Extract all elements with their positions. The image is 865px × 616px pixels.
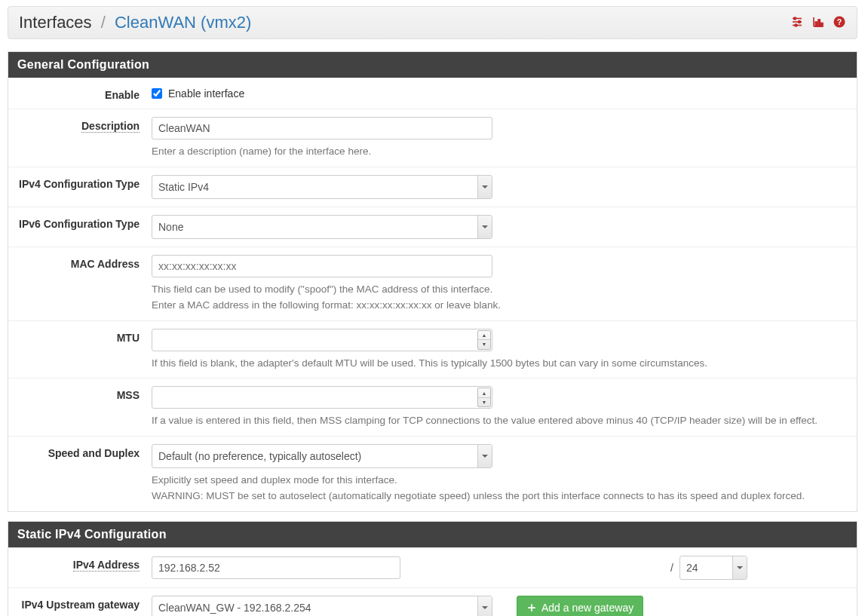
- ipv4-slash: /: [664, 562, 679, 574]
- enable-checkbox-label: Enable interface: [168, 87, 244, 100]
- mtu-help: If this field is blank, the adapter's de…: [152, 356, 848, 371]
- speed-help2: WARNING: MUST be set to autoselect (auto…: [152, 489, 848, 504]
- chart-icon[interactable]: [811, 15, 825, 31]
- breadcrumb-current[interactable]: CleanWAN (vmx2): [115, 13, 251, 32]
- mtu-spinner[interactable]: ▲▼: [477, 330, 491, 350]
- header-actions: ?: [790, 15, 846, 31]
- enable-checkbox-wrap[interactable]: Enable interface: [152, 86, 848, 100]
- row-enable: Enable Enable interface: [8, 78, 857, 109]
- row-ipv4gw: IPv4 Upstream gateway CleanWAN_GW - 192.…: [8, 587, 857, 616]
- row-speed: Speed and Duplex Default (no preference,…: [8, 436, 857, 511]
- help-icon[interactable]: ?: [833, 15, 846, 31]
- mac-help2: Enter a MAC address in the following for…: [152, 298, 848, 313]
- label-ipv4type: IPv4 Configuration Type: [8, 175, 152, 199]
- svg-rect-7: [818, 20, 820, 26]
- panel-heading-general: General Configuration: [8, 52, 857, 78]
- row-description: Description Enter a description (name) f…: [8, 109, 857, 167]
- svg-rect-6: [815, 22, 817, 26]
- label-mss: MSS: [8, 386, 152, 428]
- label-mac: MAC Address: [8, 255, 152, 313]
- description-help: Enter a description (name) for the inter…: [152, 144, 848, 159]
- enable-checkbox[interactable]: [152, 88, 162, 99]
- breadcrumb-sep: /: [97, 13, 110, 32]
- panel-heading-static4: Static IPv4 Configuration: [8, 522, 857, 547]
- label-ipv6type: IPv6 Configuration Type: [8, 215, 152, 239]
- row-ipv4addr: IPv4 Address / 24: [8, 547, 857, 587]
- breadcrumb-root[interactable]: Interfaces: [19, 13, 92, 32]
- label-mtu: MTU: [8, 329, 152, 371]
- mss-help: If a value is entered in this field, the…: [152, 413, 848, 428]
- label-ipv4addr: IPv4 Address: [8, 556, 152, 580]
- svg-point-4: [799, 20, 801, 23]
- mss-input[interactable]: [152, 386, 492, 409]
- panel-general: General Configuration Enable Enable inte…: [8, 51, 857, 512]
- speed-help1: Explicitly set speed and duplex mode for…: [152, 473, 848, 488]
- breadcrumb: Interfaces / CleanWAN (vmx2): [19, 13, 251, 32]
- label-ipv4gw: IPv4 Upstream gateway: [8, 596, 152, 616]
- panel-static-ipv4: Static IPv4 Configuration IPv4 Address /…: [8, 521, 857, 616]
- ipv6type-select[interactable]: None: [152, 215, 492, 239]
- sliders-icon[interactable]: [790, 15, 804, 31]
- label-description: Description: [8, 117, 152, 159]
- ipv4-mask-select[interactable]: 24: [679, 556, 747, 580]
- row-ipv6type: IPv6 Configuration Type None: [8, 207, 857, 247]
- ipv4addr-input[interactable]: [152, 556, 400, 579]
- add-gateway-button[interactable]: Add a new gateway: [517, 596, 643, 616]
- ipv4type-select[interactable]: Static IPv4: [152, 175, 492, 199]
- row-mtu: MTU ▲▼ If this field is blank, the adapt…: [8, 320, 857, 378]
- speed-select[interactable]: Default (no preference, typically autose…: [152, 444, 492, 468]
- svg-point-5: [795, 24, 797, 26]
- mss-spinner[interactable]: ▲▼: [477, 388, 491, 407]
- add-gateway-label: Add a new gateway: [541, 602, 633, 614]
- mtu-input[interactable]: [152, 329, 492, 351]
- ipv4gw-select[interactable]: CleanWAN_GW - 192.168.2.254: [152, 596, 492, 616]
- plus-icon: [526, 602, 537, 613]
- svg-text:?: ?: [837, 17, 842, 26]
- description-input[interactable]: [152, 117, 492, 139]
- mac-help1: This field can be used to modify ("spoof…: [152, 282, 848, 297]
- label-enable: Enable: [8, 86, 152, 101]
- row-mac: MAC Address This field can be used to mo…: [8, 247, 857, 320]
- svg-rect-8: [821, 23, 823, 26]
- label-speed: Speed and Duplex: [8, 444, 152, 504]
- svg-point-3: [794, 17, 796, 20]
- row-ipv4type: IPv4 Configuration Type Static IPv4: [8, 167, 857, 207]
- row-mss: MSS ▲▼ If a value is entered in this fie…: [8, 378, 857, 436]
- page-header: Interfaces / CleanWAN (vmx2) ?: [8, 6, 857, 39]
- mac-input[interactable]: [152, 255, 492, 277]
